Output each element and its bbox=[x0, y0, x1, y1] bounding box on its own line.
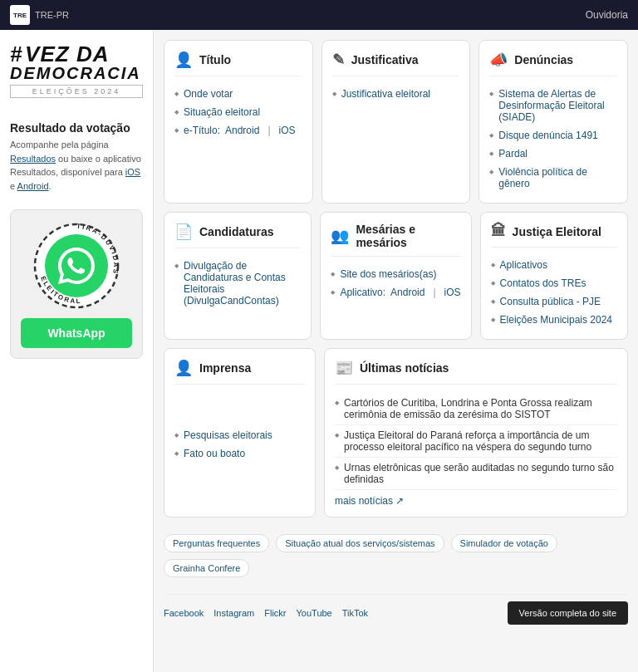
voz-da-label: VEZ DA bbox=[25, 42, 109, 66]
middle-cards-grid: 📄 Candidaturas Divulgação de Candidatura… bbox=[164, 212, 628, 340]
instagram-link[interactable]: Instagram bbox=[213, 608, 254, 618]
news-item-3[interactable]: Urnas eletrônicas que serão auditadas no… bbox=[335, 458, 617, 490]
simulador-link[interactable]: Simulador de votação bbox=[451, 534, 557, 552]
pardal-link[interactable]: Pardal bbox=[489, 145, 617, 163]
violencia-link[interactable]: Violência política de gênero bbox=[489, 163, 617, 193]
resultados-link[interactable]: Resultados bbox=[10, 154, 56, 164]
imprensa-icon: 👤 bbox=[174, 359, 193, 377]
news-item-2[interactable]: Justiça Eleitoral do Paraná reforça a im… bbox=[335, 425, 617, 458]
ouvidoria-link[interactable]: Ouvidoria bbox=[586, 9, 628, 21]
card-mesarias: 👥 Mesárias e mesários Site dos mesários(… bbox=[320, 212, 471, 340]
eleicoes-2024-label: ELEIÇÕES 2024 bbox=[10, 85, 143, 98]
youtube-link[interactable]: YouTube bbox=[297, 608, 332, 618]
card-ultimas-noticias: 📰 Últimas notícias Cartórios de Curitiba… bbox=[324, 348, 628, 517]
eleicoes-municipais-link[interactable]: Eleições Municipais 2024 bbox=[491, 311, 617, 329]
disque-denuncia-link[interactable]: Disque denúncia 1491 bbox=[489, 126, 617, 145]
aplicativos-link[interactable]: Aplicativos bbox=[491, 256, 617, 274]
fato-ou-boato-link[interactable]: Fato ou boato bbox=[174, 444, 305, 463]
card-justica: 🏛 Justiça Eleitoral Aplicativos Contatos… bbox=[480, 212, 628, 340]
denuncias-label: Denúncias bbox=[514, 53, 573, 66]
justificativa-icon: ✎ bbox=[332, 51, 345, 69]
ios-link[interactable]: iOS bbox=[125, 167, 140, 177]
etitulo-link[interactable]: e-Título: Android | iOS bbox=[174, 121, 302, 140]
mesarias-label: Mesárias e mesários bbox=[356, 223, 460, 249]
pesquisas-eleitorais-link[interactable]: Pesquisas eleitorais bbox=[174, 426, 305, 444]
badge-circle: TIRA-DÚVIDAS ELEITORAL bbox=[31, 220, 122, 311]
tre-pr-logo: TRE bbox=[10, 5, 30, 25]
justica-label: Justiça Eleitoral bbox=[513, 225, 601, 238]
site-mesarios-link[interactable]: Site dos mesários(as) bbox=[331, 265, 460, 283]
resultado-titulo: Resultado da votação bbox=[10, 121, 143, 135]
header-site-name: TRE-PR bbox=[35, 10, 69, 20]
whatsapp-button[interactable]: WhatsApp bbox=[21, 318, 132, 348]
social-bar: Facebook Instagram Flickr YouTube TikTok… bbox=[164, 594, 628, 631]
candidaturas-icon: 📄 bbox=[174, 223, 193, 241]
resultado-texto: Acompanhe pela página Resultados ou baix… bbox=[10, 138, 143, 193]
siade-link[interactable]: Sistema de Alertas de Desinformação Elei… bbox=[489, 85, 617, 126]
tiktok-link[interactable]: TikTok bbox=[342, 608, 368, 618]
android-link[interactable]: Android bbox=[17, 181, 49, 191]
onde-votar-link[interactable]: Onde votar bbox=[174, 85, 302, 103]
card-denuncias-header: 📣 Denúncias bbox=[489, 51, 617, 76]
whatsapp-badge: TIRA-DÚVIDAS ELEITORAL WhatsApp bbox=[10, 209, 143, 359]
card-imprensa: 👤 Imprensa Pesquisas eleitorais Fato ou … bbox=[164, 348, 316, 517]
consulta-publica-link[interactable]: Consulta pública - PJE bbox=[491, 292, 617, 311]
card-candidaturas-header: 📄 Candidaturas bbox=[174, 223, 301, 248]
versao-completa-button[interactable]: Versão completa do site bbox=[508, 601, 628, 625]
footer-links: Perguntas frequentes Situação atual dos … bbox=[164, 526, 628, 586]
situacao-eleitoral-link[interactable]: Situação eleitoral bbox=[174, 103, 302, 121]
contatos-tres-link[interactable]: Contatos dos TREs bbox=[491, 274, 617, 292]
imprensa-label: Imprensa bbox=[199, 361, 251, 375]
card-ultimas-header: 📰 Últimas notícias bbox=[335, 359, 617, 385]
bottom-row: 👤 Imprensa Pesquisas eleitorais Fato ou … bbox=[164, 348, 628, 517]
denuncias-icon: 📣 bbox=[489, 51, 508, 69]
card-imprensa-header: 👤 Imprensa bbox=[174, 359, 305, 385]
democracia-label: DEMOCRACIA bbox=[10, 65, 143, 81]
justificativa-label: Justificativa bbox=[351, 53, 419, 66]
mais-noticias-link[interactable]: mais notícias ↗ bbox=[335, 495, 404, 507]
candidaturas-label: Candidaturas bbox=[199, 225, 273, 238]
sidebar: # VEZ DA DEMOCRACIA ELEIÇÕES 2024 Result… bbox=[0, 30, 154, 672]
main-content: 👤 Título Onde votar Situação eleitoral e… bbox=[154, 30, 638, 672]
social-links: Facebook Instagram Flickr YouTube TikTok bbox=[164, 608, 368, 618]
ultimas-label: Últimas notícias bbox=[360, 361, 449, 375]
flickr-link[interactable]: Flickr bbox=[264, 608, 286, 618]
mesarias-icon: 👥 bbox=[331, 227, 349, 245]
justificativa-eleitoral-link[interactable]: Justificativa eleitoral bbox=[332, 85, 460, 103]
logo-voz-democracia: # VEZ DA DEMOCRACIA ELEIÇÕES 2024 bbox=[10, 43, 143, 98]
card-justica-header: 🏛 Justiça Eleitoral bbox=[491, 223, 617, 248]
situacao-servicos-link[interactable]: Situação atual dos serviços/sistemas bbox=[276, 534, 444, 552]
perguntas-frequentes-link[interactable]: Perguntas frequentes bbox=[164, 534, 269, 552]
card-justificativa: ✎ Justificativa Justificativa eleitoral bbox=[321, 40, 471, 204]
card-justificativa-header: ✎ Justificativa bbox=[332, 51, 460, 76]
card-titulo-header: 👤 Título bbox=[174, 51, 302, 76]
justica-icon: 🏛 bbox=[491, 223, 506, 240]
hashtag-symbol: # bbox=[10, 42, 22, 66]
titulo-icon: 👤 bbox=[174, 51, 193, 69]
divulgacandcontas-link[interactable]: Divulgação de Candidaturas e Contas Elei… bbox=[174, 257, 301, 310]
card-denuncias: 📣 Denúncias Sistema de Alertas de Desinf… bbox=[478, 40, 628, 204]
app-mesarios-link[interactable]: Aplicativo: Android | iOS bbox=[331, 283, 460, 302]
card-titulo: 👤 Título Onde votar Situação eleitoral e… bbox=[164, 40, 313, 204]
resultado-section: Resultado da votação Acompanhe pela pági… bbox=[10, 115, 143, 193]
top-cards-grid: 👤 Título Onde votar Situação eleitoral e… bbox=[164, 40, 628, 204]
card-mesarias-header: 👥 Mesárias e mesários bbox=[331, 223, 460, 257]
titulo-label: Título bbox=[199, 53, 231, 66]
grainha-link[interactable]: Grainha Confere bbox=[164, 559, 249, 577]
card-candidaturas: 📄 Candidaturas Divulgação de Candidatura… bbox=[164, 212, 312, 340]
news-item-1[interactable]: Cartórios de Curitiba, Londrina e Ponta … bbox=[335, 393, 617, 425]
facebook-link[interactable]: Facebook bbox=[164, 608, 204, 618]
svg-point-1 bbox=[45, 234, 108, 297]
header-logo: TRE TRE-PR bbox=[10, 5, 69, 25]
noticias-icon: 📰 bbox=[335, 359, 353, 377]
